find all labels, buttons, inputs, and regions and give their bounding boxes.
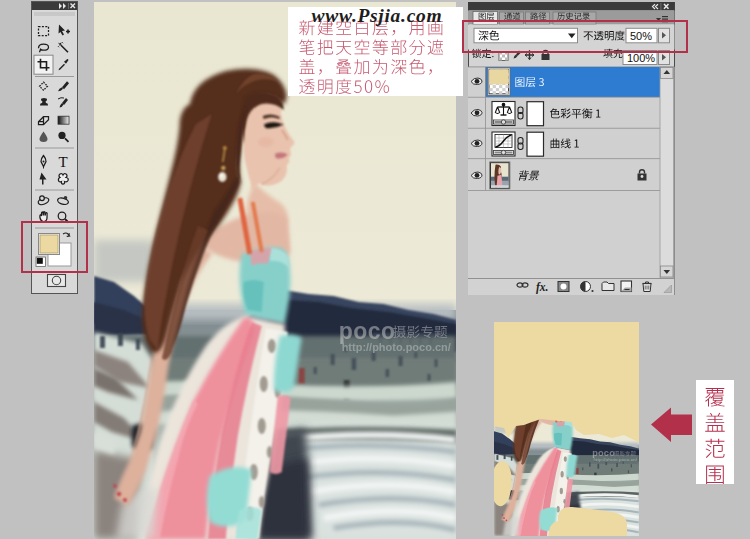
svg-text:fx.: fx. xyxy=(536,281,548,294)
svg-text:T: T xyxy=(58,154,67,170)
svg-text:100%: 100% xyxy=(627,52,655,64)
svg-text:http://photo.poco.cn/: http://photo.poco.cn/ xyxy=(341,341,450,353)
